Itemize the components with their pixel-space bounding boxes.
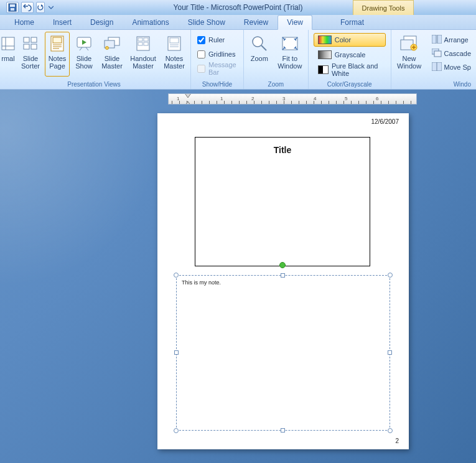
svg-rect-1 [10, 4, 15, 7]
tab-animations[interactable]: Animations [123, 15, 178, 29]
color-mode-button[interactable]: Color [314, 33, 386, 47]
qat-customize-button[interactable] [47, 2, 55, 13]
move-split-icon [432, 62, 442, 72]
slide-show-button[interactable]: Slide Show [72, 32, 96, 77]
page-number: 2 [395, 437, 399, 444]
svg-rect-12 [53, 37, 62, 43]
title-bar: Your Title - Microsoft PowerPoint (Trial… [0, 0, 476, 15]
arrange-icon [432, 35, 442, 45]
save-button[interactable] [6, 2, 19, 13]
hanging-indent-marker[interactable] [185, 101, 191, 105]
grayscale-mode-button[interactable]: Grayscale [314, 48, 386, 62]
color-swatch-icon [318, 35, 332, 44]
rotate-handle-icon[interactable] [279, 262, 286, 268]
handout-master-button[interactable]: Handout Master [128, 32, 159, 77]
group-zoom: Zoom Fit to Window Zoom [244, 30, 309, 89]
ruler-checkbox[interactable]: Ruler [197, 34, 237, 46]
resize-handle-nw[interactable] [174, 273, 179, 278]
svg-rect-37 [432, 35, 436, 44]
notes-master-button[interactable]: Notes Master [161, 32, 188, 77]
resize-handle-ne[interactable] [388, 273, 393, 278]
slide-title: Title [195, 145, 370, 155]
cascade-button[interactable]: Cascade [429, 47, 474, 60]
workspace: 1 1 2 3 4 5 6 12/6/2007 Title This is [0, 90, 476, 463]
resize-handle-w[interactable] [174, 350, 179, 355]
group-presentation-views: rmal Slide Sorter Notes Page Slide Show … [0, 30, 191, 89]
tab-format[interactable]: Format [331, 15, 373, 29]
svg-rect-38 [437, 35, 442, 44]
fit-to-window-button[interactable]: Fit to Window [274, 32, 306, 77]
svg-rect-10 [31, 44, 37, 49]
resize-handle-e[interactable] [388, 350, 392, 355]
redo-button[interactable] [36, 2, 45, 13]
resize-handle-n[interactable] [281, 273, 285, 278]
tab-design[interactable]: Design [81, 15, 123, 29]
tab-home[interactable]: Home [5, 15, 44, 29]
svg-rect-40 [434, 51, 441, 57]
svg-point-31 [253, 37, 263, 47]
svg-point-21 [106, 47, 109, 50]
notes-page[interactable]: 12/6/2007 Title This is my note. 2 [157, 113, 409, 449]
tab-slideshow[interactable]: Slide Show [179, 15, 235, 29]
app-title: Your Title - Microsoft PowerPoint (Trial… [174, 3, 303, 12]
cascade-icon [432, 49, 442, 58]
group-show-hide: Ruler Gridlines Message Bar Show/Hide [191, 30, 244, 89]
notes-page-button[interactable]: Notes Page [45, 32, 70, 77]
tab-review[interactable]: Review [235, 15, 278, 29]
resize-handle-se[interactable] [388, 428, 393, 433]
tab-insert[interactable]: Insert [44, 15, 81, 29]
grayscale-swatch-icon [318, 50, 332, 59]
move-split-button[interactable]: Move Sp [429, 60, 474, 73]
zoom-button[interactable]: Zoom [246, 32, 273, 77]
group-color-grayscale: Color Grayscale Pure Black and White Col… [309, 30, 391, 89]
group-window: New Window Arrange Cascade Move Sp Windo [391, 30, 476, 89]
ribbon: rmal Slide Sorter Notes Page Slide Show … [0, 30, 476, 90]
svg-rect-2 [11, 8, 14, 11]
notes-text[interactable]: This is my note. [177, 276, 390, 289]
svg-line-17 [80, 47, 82, 50]
slide-master-button[interactable]: Slide Master [98, 32, 126, 77]
black-white-mode-button[interactable]: Pure Black and White [314, 63, 386, 77]
svg-rect-22 [137, 37, 149, 50]
notes-text-box[interactable]: This is my note. [176, 275, 390, 431]
svg-line-18 [86, 47, 88, 50]
bw-swatch-icon [318, 65, 329, 74]
slide-sorter-button[interactable]: Slide Sorter [18, 32, 43, 77]
resize-handle-sw[interactable] [174, 428, 179, 433]
arrange-all-button[interactable]: Arrange [429, 33, 474, 46]
svg-line-32 [261, 45, 266, 50]
context-tab-drawing-tools: Drawing Tools [353, 0, 414, 15]
tab-strip: Home Insert Design Animations Slide Show… [0, 15, 476, 30]
new-window-button[interactable]: New Window [394, 32, 425, 77]
svg-rect-4 [2, 37, 14, 50]
slide-thumbnail[interactable]: Title [195, 137, 370, 266]
gridlines-checkbox[interactable]: Gridlines [197, 48, 237, 60]
horizontal-ruler[interactable]: 1 1 2 3 4 5 6 [168, 93, 417, 105]
message-bar-checkbox: Message Bar [197, 62, 237, 75]
svg-rect-7 [24, 37, 29, 42]
normal-view-button[interactable]: rmal [0, 32, 16, 77]
svg-rect-8 [31, 37, 37, 42]
undo-button[interactable] [21, 2, 34, 13]
first-line-indent-marker[interactable] [185, 93, 191, 98]
tab-view[interactable]: View [278, 15, 312, 30]
svg-rect-9 [24, 44, 29, 49]
page-date: 12/6/2007 [371, 118, 399, 125]
ruler-ticks: 1 1 2 3 4 5 6 [169, 94, 416, 104]
resize-handle-s[interactable] [281, 428, 285, 433]
